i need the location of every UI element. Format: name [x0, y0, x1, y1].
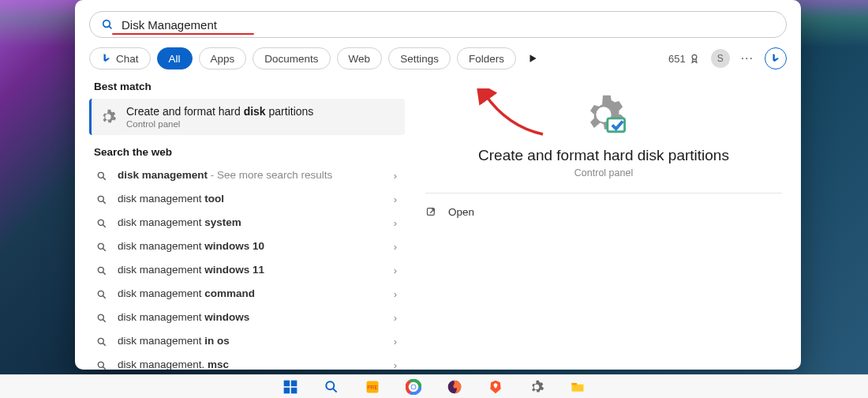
preview-subtitle: Control panel: [421, 167, 787, 178]
open-action[interactable]: Open: [421, 200, 787, 224]
bing-icon: [770, 53, 781, 64]
chevron-right-icon: ›: [394, 336, 402, 347]
taskbar-firefox[interactable]: [446, 378, 463, 396]
tab-all[interactable]: All: [157, 47, 193, 69]
svg-point-15: [98, 314, 103, 320]
svg-point-2: [692, 54, 697, 59]
web-suggestion[interactable]: disk management windows›: [89, 306, 405, 330]
search-icon: [95, 336, 108, 347]
svg-rect-38: [572, 383, 578, 385]
svg-point-17: [98, 338, 103, 344]
svg-line-16: [103, 319, 105, 321]
suggestion-text: disk management windows 10: [118, 240, 384, 253]
search-icon: [95, 171, 108, 182]
gear-icon: [98, 107, 118, 127]
svg-line-12: [103, 272, 105, 274]
search-icon: [95, 313, 108, 324]
svg-point-3: [98, 172, 103, 178]
taskbar-start[interactable]: [282, 378, 299, 396]
open-label: Open: [448, 206, 474, 218]
annotation-underline: [112, 33, 254, 36]
svg-point-27: [326, 381, 334, 389]
suggestion-text: disk management in os: [118, 335, 384, 347]
user-avatar[interactable]: S: [711, 49, 730, 68]
medal-icon: [689, 53, 700, 64]
search-icon: [95, 194, 108, 205]
svg-point-9: [98, 243, 103, 249]
chevron-right-icon: ›: [394, 312, 402, 324]
best-match-title: Create and format hard disk partitions: [126, 105, 313, 119]
chevron-right-icon: ›: [394, 241, 402, 253]
tab-apps[interactable]: Apps: [199, 47, 247, 69]
web-suggestion[interactable]: disk management system›: [89, 212, 405, 235]
svg-line-28: [333, 389, 337, 392]
tab-documents-label: Documents: [264, 53, 318, 65]
taskbar-brave[interactable]: [487, 378, 504, 396]
rewards-points[interactable]: 651: [668, 53, 700, 65]
svg-point-36: [412, 385, 416, 389]
open-icon: [425, 206, 437, 218]
chevron-right-icon: ›: [394, 265, 402, 276]
best-match-header: Best match: [89, 77, 405, 99]
suggestion-text: disk management command: [118, 287, 384, 300]
more-icon[interactable]: ···: [741, 51, 754, 66]
suggestion-text: disk management - See more search result…: [118, 169, 384, 182]
svg-point-19: [98, 362, 103, 367]
search-icon: [95, 265, 108, 276]
suggestion-text: disk management. msc: [118, 359, 384, 370]
search-bar[interactable]: [89, 11, 787, 38]
svg-line-6: [103, 201, 105, 203]
taskbar-chrome[interactable]: [405, 378, 422, 396]
svg-rect-25: [284, 387, 290, 393]
chevron-right-icon: ›: [394, 193, 402, 205]
suggestion-text: disk management windows 11: [118, 264, 384, 276]
tab-web[interactable]: Web: [337, 47, 383, 69]
web-suggestion[interactable]: disk management windows 11›: [89, 259, 405, 283]
best-match-result[interactable]: Create and format hard disk partitions C…: [89, 99, 405, 135]
tab-all-label: All: [169, 53, 181, 65]
search-input[interactable]: [122, 18, 775, 32]
tab-folders[interactable]: Folders: [457, 47, 516, 69]
suggestion-text: disk management windows: [118, 311, 384, 324]
points-value: 651: [668, 53, 686, 65]
tab-settings[interactable]: Settings: [388, 47, 451, 69]
preview-title: Create and format hard disk partitions: [421, 147, 787, 164]
svg-rect-23: [284, 380, 290, 386]
chevron-right-icon: ›: [394, 217, 402, 229]
taskbar-app-pre[interactable]: PRE: [364, 378, 381, 396]
web-suggestion[interactable]: disk management windows 10›: [89, 235, 405, 259]
taskbar-search[interactable]: [323, 378, 340, 396]
tab-documents[interactable]: Documents: [253, 47, 330, 69]
bing-button[interactable]: [765, 47, 787, 69]
svg-line-4: [103, 177, 105, 179]
svg-line-10: [103, 248, 105, 250]
preview-column: Create and format hard disk partitions C…: [421, 77, 787, 362]
taskbar: PRE: [0, 374, 868, 398]
svg-point-0: [103, 21, 110, 28]
bing-chat-icon: [101, 53, 112, 64]
svg-point-11: [98, 267, 103, 272]
web-suggestion[interactable]: disk management - See more search result…: [89, 164, 405, 188]
search-icon: [95, 242, 108, 253]
best-match-subtitle: Control panel: [126, 119, 313, 129]
results-column: Best match Create and format hard disk p…: [89, 77, 405, 362]
taskbar-explorer[interactable]: [569, 378, 586, 396]
svg-point-7: [98, 220, 103, 225]
tab-settings-label: Settings: [400, 53, 439, 65]
web-suggestion[interactable]: disk management in os›: [89, 330, 405, 354]
chevron-right-icon: ›: [394, 170, 402, 182]
web-suggestion[interactable]: disk management. msc›: [89, 354, 405, 370]
svg-point-13: [98, 291, 103, 296]
tab-chat[interactable]: Chat: [89, 47, 151, 69]
suggestion-text: disk management system: [118, 216, 384, 229]
svg-rect-26: [291, 387, 297, 393]
taskbar-settings[interactable]: [528, 378, 545, 396]
divider: [425, 193, 782, 193]
web-suggestion[interactable]: disk management command›: [89, 283, 405, 306]
search-icon: [95, 218, 108, 229]
web-suggestion[interactable]: disk management tool›: [89, 188, 405, 212]
preview-app-icon: [421, 92, 787, 137]
play-icon[interactable]: [527, 53, 538, 64]
tab-folders-label: Folders: [469, 53, 504, 65]
svg-line-18: [103, 343, 105, 345]
